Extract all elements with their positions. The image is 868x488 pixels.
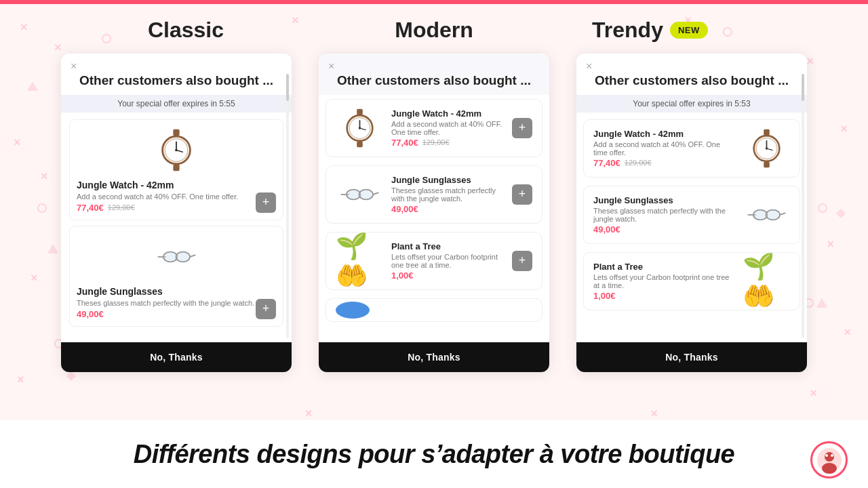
modern-title: Modern bbox=[395, 18, 473, 43]
trendy-glasses-desc: Theses glasses match perfectly with the … bbox=[593, 207, 734, 223]
trendy-tree-info: Plant a Tree Lets offset your Carbon foo… bbox=[593, 262, 734, 301]
classic-watch-info: Jungle Watch - 42mm Add a second watch a… bbox=[77, 180, 276, 213]
svg-line-11 bbox=[190, 255, 195, 257]
trendy-tree-name: Plant a Tree bbox=[593, 262, 734, 272]
trendy-tree-image: 🌱🤲 bbox=[743, 261, 790, 302]
modern-tree-desc: Lets offset your Carbon footprint one tr… bbox=[391, 253, 504, 269]
trendy-offer-bar: Your special offer expires in 5:53 bbox=[576, 95, 807, 113]
svg-point-40 bbox=[825, 454, 828, 457]
trendy-scrollbar[interactable] bbox=[802, 74, 804, 338]
new-badge: NEW bbox=[670, 22, 708, 39]
classic-watch-image bbox=[149, 127, 203, 174]
trendy-watch-info: Jungle Watch - 42mm Add a second watch a… bbox=[593, 129, 734, 168]
classic-watch-old-price: 129,00€ bbox=[108, 203, 135, 211]
classic-scrollbar[interactable] bbox=[286, 74, 289, 338]
trendy-glasses-info: Jungle Sunglasses Theses glasses match p… bbox=[593, 195, 734, 235]
trendy-widget: × Other customers also bought ... Your s… bbox=[576, 54, 807, 372]
modern-tree-name: Plant a Tree bbox=[391, 241, 504, 251]
columns-header: Classic Modern Trendy NEW bbox=[61, 18, 807, 43]
classic-header: Classic bbox=[62, 18, 310, 43]
modern-no-thanks-button[interactable]: No, Thanks bbox=[319, 342, 549, 372]
svg-rect-26 bbox=[764, 161, 770, 167]
modern-watch-prices: 77,40€ 129,00€ bbox=[391, 138, 504, 148]
classic-scrollbar-thumb[interactable] bbox=[286, 74, 289, 101]
modern-tree-prices: 1,00€ bbox=[391, 270, 504, 281]
trendy-header: Trendy NEW bbox=[558, 18, 806, 43]
trendy-tree-desc: Lets offset your Carbon footprint one tr… bbox=[593, 273, 734, 289]
trendy-glasses-prices: 49,00€ bbox=[593, 224, 734, 235]
svg-point-41 bbox=[831, 454, 833, 457]
modern-glasses-image bbox=[336, 174, 383, 215]
trendy-tree-price: 1,00€ bbox=[593, 291, 616, 301]
modern-glasses-prices: 49,00€ bbox=[391, 204, 504, 214]
svg-point-24 bbox=[345, 302, 360, 317]
classic-watch-desc: Add a second watch at 40% OFF. One time … bbox=[77, 192, 276, 201]
footer-text: Différents designs pour s’adapter à votr… bbox=[134, 440, 734, 469]
svg-point-33 bbox=[753, 209, 767, 220]
modern-tree-image: 🌱🤲 bbox=[336, 241, 383, 281]
classic-glasses-prices: 49,00€ bbox=[77, 309, 276, 319]
trendy-glasses-price: 49,00€ bbox=[593, 224, 620, 235]
modern-product-watch: Jungle Watch - 42mm Add a second watch a… bbox=[326, 99, 542, 157]
classic-glasses-price: 49,00€ bbox=[77, 309, 104, 319]
svg-point-22 bbox=[359, 189, 372, 199]
modern-watch-desc: Add a second watch at 40% OFF. One time … bbox=[391, 120, 504, 136]
classic-watch-prices: 77,40€ 129,00€ bbox=[77, 203, 276, 213]
svg-point-38 bbox=[825, 452, 834, 462]
trendy-close-button[interactable]: × bbox=[586, 60, 592, 73]
trendy-product-glasses: Jungle Sunglasses Theses glasses match p… bbox=[583, 186, 800, 244]
trendy-watch-name: Jungle Watch - 42mm bbox=[593, 129, 734, 139]
classic-glasses-desc: Theses glasses match perfectly with the … bbox=[77, 299, 276, 307]
trendy-no-thanks-button[interactable]: No, Thanks bbox=[576, 342, 807, 372]
columns-area: × Other customers also bought ... Your s… bbox=[61, 54, 807, 372]
svg-line-36 bbox=[780, 213, 785, 215]
classic-offer-bar: Your special offer expires in 5:55 bbox=[61, 95, 292, 113]
modern-header: Modern bbox=[310, 18, 558, 43]
modern-glasses-name: Jungle Sunglasses bbox=[391, 175, 504, 185]
trendy-product-watch: Jungle Watch - 42mm Add a second watch a… bbox=[583, 119, 800, 178]
avatar-circle bbox=[810, 441, 848, 479]
classic-product-watch: Jungle Watch - 42mm Add a second watch a… bbox=[69, 119, 283, 220]
classic-glasses-add-button[interactable]: + bbox=[256, 299, 276, 319]
modern-product-tree: 🌱🤲 Plant a Tree Lets offset your Carbon … bbox=[326, 232, 542, 290]
classic-no-thanks-button[interactable]: No, Thanks bbox=[61, 342, 292, 372]
classic-watch-add-button[interactable]: + bbox=[256, 192, 276, 213]
classic-glasses-name: Jungle Sunglasses bbox=[77, 286, 276, 297]
trendy-widget-header: Other customers also bought ... bbox=[576, 54, 807, 95]
classic-glasses-info: Jungle Sunglasses Theses glasses match p… bbox=[77, 286, 276, 319]
modern-watch-info: Jungle Watch - 42mm Add a second watch a… bbox=[391, 108, 504, 148]
modern-glasses-add-button[interactable]: + bbox=[512, 184, 532, 205]
svg-point-10 bbox=[176, 251, 189, 262]
trendy-watch-desc: Add a second watch at 40% OFF. One time … bbox=[593, 140, 734, 157]
classic-product-glasses: Jungle Sunglasses Theses glasses match p… bbox=[69, 226, 283, 327]
trendy-glasses-image bbox=[743, 195, 790, 235]
trendy-scrollbar-thumb[interactable] bbox=[802, 74, 804, 101]
modern-watch-add-button[interactable]: + bbox=[512, 118, 532, 138]
modern-widget-title: Other customers also bought ... bbox=[335, 73, 533, 89]
modern-watch-image bbox=[336, 108, 383, 148]
svg-line-23 bbox=[373, 192, 378, 195]
svg-point-18 bbox=[358, 127, 360, 129]
svg-rect-12 bbox=[357, 108, 363, 115]
trendy-watch-old-price: 129,00€ bbox=[625, 159, 652, 167]
svg-point-20 bbox=[347, 189, 360, 199]
trendy-glasses-name: Jungle Sunglasses bbox=[593, 195, 734, 205]
trendy-product-tree: Plant a Tree Lets offset your Carbon foo… bbox=[583, 252, 800, 310]
modern-watch-price: 77,40€ bbox=[391, 138, 418, 148]
svg-point-31 bbox=[765, 147, 767, 149]
svg-point-35 bbox=[766, 209, 779, 220]
classic-widget: × Other customers also bought ... Your s… bbox=[61, 54, 292, 372]
svg-rect-25 bbox=[764, 129, 770, 135]
svg-rect-13 bbox=[357, 141, 363, 147]
trendy-tree-prices: 1,00€ bbox=[593, 291, 734, 301]
modern-tree-price: 1,00€ bbox=[391, 270, 414, 281]
modern-product-glasses: Jungle Sunglasses Theses glasses match p… bbox=[326, 165, 542, 224]
modern-close-button[interactable]: × bbox=[328, 60, 334, 73]
footer: Différents designs pour s’adapter à votr… bbox=[0, 420, 868, 488]
classic-close-button[interactable]: × bbox=[71, 60, 77, 73]
modern-widget: × Other customers also bought ... bbox=[319, 54, 549, 372]
modern-tree-add-button[interactable]: + bbox=[512, 251, 532, 271]
svg-point-39 bbox=[822, 463, 837, 474]
modern-glasses-price: 49,00€ bbox=[391, 204, 418, 214]
modern-tree-info: Plant a Tree Lets offset your Carbon foo… bbox=[391, 241, 504, 281]
